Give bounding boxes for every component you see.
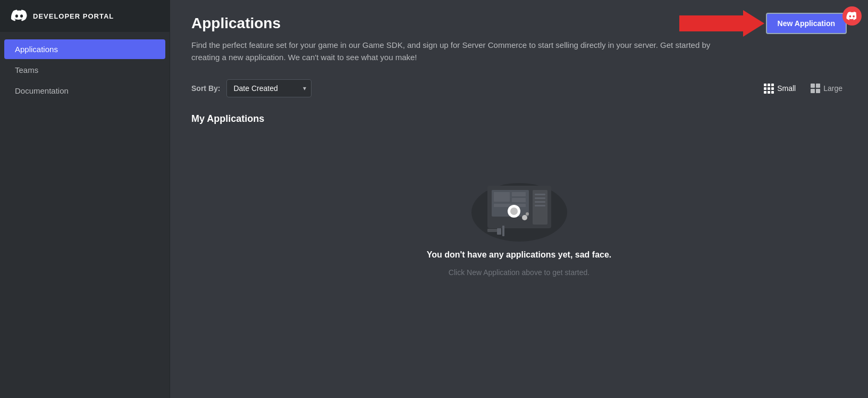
new-application-button[interactable]: New Application [766,13,847,34]
discord-corner-icon[interactable] [842,6,862,26]
sidebar-item-label: Teams [15,65,38,74]
svg-point-14 [510,208,518,215]
sort-bar: Sort By: Date Created Name Last Modified [170,74,868,103]
sidebar-item-label: Documentation [15,86,69,95]
empty-state-text: You don't have any applications yet, sad… [427,250,612,260]
sort-label: Sort By: [191,84,220,93]
svg-point-16 [526,212,529,215]
svg-rect-4 [494,192,510,202]
sidebar-item-teams[interactable]: Teams [4,60,165,80]
sidebar-logo: DEVELOPER PORTAL [0,0,170,32]
svg-marker-0 [679,10,764,37]
view-toggle: Small Large [760,80,847,97]
sidebar-item-applications[interactable]: Applications [4,39,165,59]
discord-logo-icon [11,7,28,24]
sort-left: Sort By: Date Created Name Last Modified [191,79,311,97]
empty-state-illustration [456,156,583,242]
small-grid-icon [764,84,774,94]
svg-rect-17 [497,228,501,235]
empty-state-subtext: Click New Application above to get start… [449,268,589,277]
sidebar: DEVELOPER PORTAL Applications Teams Docu… [0,0,170,398]
large-view-label: Large [823,84,842,93]
svg-point-15 [522,215,527,220]
svg-rect-9 [535,194,545,195]
svg-rect-12 [535,205,545,206]
description: Find the perfect feature set for your ga… [170,39,755,74]
svg-rect-11 [535,201,545,203]
svg-rect-19 [502,226,504,236]
sidebar-item-documentation[interactable]: Documentation [4,81,165,101]
svg-rect-5 [512,192,526,196]
header-right: New Application [766,13,847,34]
sidebar-item-label: Applications [15,45,58,54]
my-applications-section-title: My Applications [170,108,868,135]
svg-rect-6 [512,198,526,202]
view-large-button[interactable]: Large [806,80,847,96]
empty-state: You don't have any applications yet, sad… [170,135,868,298]
svg-rect-10 [535,197,545,199]
discord-icon [846,12,858,20]
view-small-button[interactable]: Small [760,80,800,97]
sidebar-nav: Applications Teams Documentation [0,32,170,108]
sort-select-wrapper: Date Created Name Last Modified [226,79,311,97]
main-content: Applications New Application Find the pe… [170,0,868,398]
large-grid-icon [811,84,820,93]
svg-rect-18 [487,229,497,232]
description-text: Find the perfect feature set for your ga… [191,40,710,62]
small-view-label: Small [777,84,796,93]
sort-select[interactable]: Date Created Name Last Modified [226,79,311,97]
header: Applications New Application [170,0,868,39]
logo-text: DEVELOPER PORTAL [33,12,114,20]
red-arrow-annotation [679,10,764,37]
page-title: Applications [191,15,281,32]
